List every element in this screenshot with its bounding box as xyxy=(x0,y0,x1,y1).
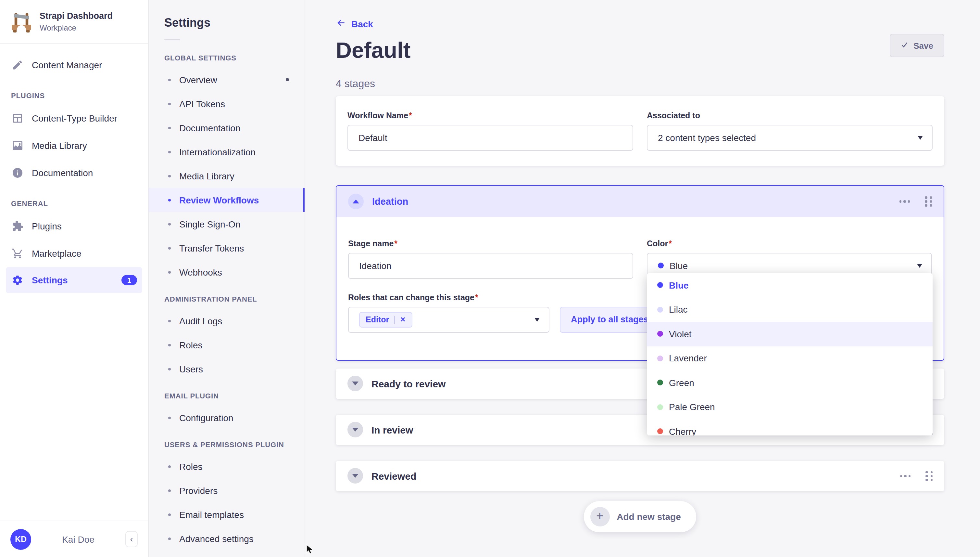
avatar[interactable]: KD xyxy=(10,529,31,549)
color-option-green[interactable]: Green xyxy=(647,370,933,395)
subnav-item-label: Review Workflows xyxy=(179,195,259,205)
sidebar-item-plugins[interactable]: Plugins xyxy=(0,213,148,240)
color-option-cherry[interactable]: Cherry xyxy=(647,419,933,435)
role-tag-editor: Editor ✕ xyxy=(359,312,412,327)
expand-stage-button[interactable] xyxy=(347,376,363,392)
sidebar-section-title: GENERAL xyxy=(0,187,148,213)
collapse-sidebar-button[interactable]: ‹ xyxy=(125,531,138,547)
chevron-down-icon xyxy=(917,264,922,268)
subnav-item-users[interactable]: Users xyxy=(149,357,305,381)
expand-stage-button[interactable] xyxy=(347,468,363,484)
color-option-label: Violet xyxy=(669,329,692,339)
user-name: Kai Doe xyxy=(31,534,125,544)
drag-handle-icon[interactable] xyxy=(925,196,932,206)
workflow-name-input[interactable]: Default xyxy=(347,125,633,151)
remove-tag-icon[interactable]: ✕ xyxy=(400,316,406,323)
workspace-brand[interactable]: Strapi Dashboard Workplace xyxy=(0,0,148,43)
stage-options-icon[interactable] xyxy=(899,200,910,202)
sidebar-item-content-type-builder[interactable]: Content-Type Builder xyxy=(0,105,148,132)
save-label: Save xyxy=(913,41,933,50)
subnav-section-title: GLOBAL SETTINGS xyxy=(149,43,305,68)
sidebar-item-media-library[interactable]: Media Library xyxy=(0,132,148,159)
divider xyxy=(394,316,395,324)
bullet-icon xyxy=(168,126,171,129)
color-option-lavender[interactable]: Lavender xyxy=(647,346,933,370)
app-window: Strapi Dashboard Workplace Content Manag… xyxy=(0,0,980,557)
subnav-item-label: Media Library xyxy=(179,171,234,181)
chevron-down-icon xyxy=(918,136,923,140)
chevron-down-icon xyxy=(352,382,359,386)
subnav-section-title: USERS & PERMISSIONS PLUGIN xyxy=(149,430,305,454)
subnav-item-roles[interactable]: Roles xyxy=(149,454,305,478)
subnav-item-label: Email templates xyxy=(179,509,244,520)
stage-title: In review xyxy=(372,424,413,435)
subnav-item-review-workflows[interactable]: Review Workflows xyxy=(149,188,305,212)
subnav-item-configuration[interactable]: Configuration xyxy=(149,406,305,430)
bullet-icon xyxy=(168,344,171,346)
save-button[interactable]: Save xyxy=(889,34,944,57)
subnav-item-overview[interactable]: Overview xyxy=(149,68,305,92)
color-swatch xyxy=(657,404,663,410)
chevron-left-icon: ‹ xyxy=(130,534,133,544)
add-new-stage-button[interactable]: + Add new stage xyxy=(584,501,696,532)
sidebar-item-label: Settings xyxy=(32,275,68,285)
subnav-item-documentation[interactable]: Documentation xyxy=(149,116,305,140)
sidebar-item-documentation[interactable]: Documentation xyxy=(0,159,148,187)
subnav-item-audit-logs[interactable]: Audit Logs xyxy=(149,309,305,333)
notification-dot xyxy=(286,78,289,81)
sidebar-nav: Content ManagerPLUGINSContent-Type Build… xyxy=(0,44,148,293)
color-swatch xyxy=(657,307,663,313)
bullet-icon xyxy=(168,537,171,540)
subnav-item-advanced-settings[interactable]: Advanced settings xyxy=(149,526,305,550)
subnav-section-title: ADMINISTRATION PANEL xyxy=(149,284,305,309)
subnav-item-internationalization[interactable]: Internationalization xyxy=(149,140,305,164)
subnav-item-single-sign-on[interactable]: Single Sign-On xyxy=(149,212,305,236)
stage-options-icon[interactable] xyxy=(900,475,910,477)
sidebar-item-settings[interactable]: Settings1 xyxy=(6,267,142,293)
expand-stage-button[interactable] xyxy=(347,422,363,438)
subnav-item-label: Internationalization xyxy=(179,147,256,157)
color-swatch xyxy=(657,428,663,435)
stage-name-input[interactable]: Ideation xyxy=(348,253,633,279)
color-option-label: Cherry xyxy=(669,427,696,436)
back-link[interactable]: Back xyxy=(336,18,373,30)
subnav-title: Settings xyxy=(149,0,305,30)
required-asterisk: * xyxy=(668,239,672,248)
apply-to-all-stages-button[interactable]: Apply to all stages xyxy=(560,307,659,333)
bullet-icon xyxy=(168,513,171,516)
workflow-name-label: Workflow Name* xyxy=(347,111,633,120)
collapse-stage-button[interactable] xyxy=(348,194,364,209)
subnav-item-transfer-tokens[interactable]: Transfer Tokens xyxy=(149,236,305,260)
sidebar: Strapi Dashboard Workplace Content Manag… xyxy=(0,0,149,557)
bullet-icon xyxy=(168,489,171,492)
roles-multiselect[interactable]: Editor ✕ xyxy=(348,307,549,333)
subnav-item-label: Providers xyxy=(179,485,217,495)
subnav-item-api-tokens[interactable]: API Tokens xyxy=(149,92,305,116)
color-option-violet[interactable]: Violet xyxy=(647,322,933,346)
subnav-item-label: Roles xyxy=(179,461,203,472)
color-option-lilac[interactable]: Lilac xyxy=(647,297,933,322)
subnav-section-title: EMAIL PLUGIN xyxy=(149,381,305,406)
color-swatch xyxy=(657,380,663,386)
color-swatch xyxy=(657,282,663,288)
sidebar-item-marketplace[interactable]: Marketplace xyxy=(0,240,148,267)
color-option-blue[interactable]: Blue xyxy=(647,273,933,297)
subnav-item-label: Roles xyxy=(179,340,203,350)
bullet-icon xyxy=(168,174,171,177)
required-asterisk: * xyxy=(409,111,412,120)
subnav-item-webhooks[interactable]: Webhooks xyxy=(149,260,305,284)
sidebar-item-content-manager[interactable]: Content Manager xyxy=(0,51,148,79)
color-swatch xyxy=(657,331,663,337)
associated-to-select[interactable]: 2 content types selected xyxy=(647,125,933,151)
main-content: Back Default 4 stages Save Workflow Name… xyxy=(305,0,980,557)
color-option-pale-green[interactable]: Pale Green xyxy=(647,395,933,419)
subnav-item-email-templates[interactable]: Email templates xyxy=(149,502,305,526)
subnav-item-providers[interactable]: Providers xyxy=(149,478,305,502)
content-manager-icon xyxy=(11,59,24,72)
subnav-item-roles[interactable]: Roles xyxy=(149,333,305,357)
drag-handle-icon[interactable] xyxy=(925,471,933,481)
documentation-icon xyxy=(11,166,24,179)
subnav-item-label: API Tokens xyxy=(179,98,225,109)
subnav-item-media-library[interactable]: Media Library xyxy=(149,164,305,188)
subnav-item-label: Transfer Tokens xyxy=(179,243,244,253)
